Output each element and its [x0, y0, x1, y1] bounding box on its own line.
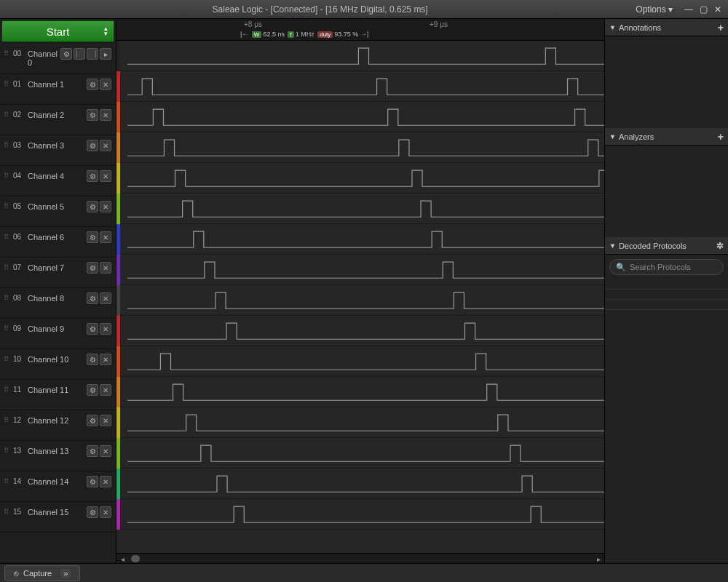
drag-handle-icon[interactable]: ⠿ [0, 231, 13, 241]
channel-name[interactable]: Channel 14 [25, 476, 87, 486]
maximize-icon[interactable]: ▢ [697, 4, 709, 15]
channel-name[interactable]: Channel 4 [25, 170, 87, 180]
search-protocols-input[interactable]: 🔍 Search Protocols [609, 259, 724, 275]
channel-close-icon[interactable]: ✕ [100, 384, 111, 396]
decoded-protocols-header[interactable]: ▼ Decoded Protocols ✲ [605, 237, 728, 255]
channel-close-icon[interactable]: ✕ [100, 476, 111, 487]
tab-more-icon[interactable]: » [60, 569, 71, 578]
channel-row[interactable]: ⠿07Channel 7⚙✕ [0, 258, 116, 288]
waveform-canvas[interactable] [120, 41, 604, 553]
channel-settings-icon[interactable]: ⚙ [87, 323, 98, 335]
scroll-right-icon[interactable]: ▸ [594, 554, 603, 564]
waveform-row[interactable] [120, 377, 604, 407]
channel-settings-icon[interactable]: ⚙ [87, 292, 98, 304]
channel-row[interactable]: ⠿10Channel 10⚙✕ [0, 349, 116, 380]
trigger-edge-icon[interactable]: ▸ [100, 48, 111, 60]
channel-close-icon[interactable]: ✕ [100, 445, 111, 457]
channel-settings-icon[interactable]: ⚙ [87, 384, 98, 396]
channel-name[interactable]: Channel 1 [25, 79, 87, 89]
channel-settings-icon[interactable]: ⚙ [87, 231, 98, 243]
start-arrows-icon[interactable]: ▴▾ [104, 26, 108, 36]
drag-handle-icon[interactable]: ⠿ [0, 323, 13, 332]
channel-close-icon[interactable]: ✕ [100, 415, 111, 426]
channel-name[interactable]: Channel 11 [25, 384, 87, 394]
channel-name[interactable]: Channel 7 [25, 262, 87, 272]
drag-handle-icon[interactable]: ⠿ [0, 262, 13, 271]
horizontal-scrollbar[interactable]: ◂ ▸ [116, 553, 604, 563]
scroll-left-icon[interactable]: ◂ [118, 554, 127, 564]
drag-handle-icon[interactable]: ⠿ [0, 109, 13, 119]
channel-settings-icon[interactable]: ⚙ [87, 506, 98, 518]
scroll-thumb[interactable] [131, 555, 140, 562]
channel-row[interactable]: ⠿06Channel 6⚙✕ [0, 227, 116, 258]
annotations-header[interactable]: ▼ Annotations + [605, 19, 728, 36]
channel-settings-icon[interactable]: ⚙ [87, 262, 98, 274]
waveform-row[interactable] [120, 255, 604, 285]
close-icon[interactable]: ✕ [712, 4, 724, 15]
channel-close-icon[interactable]: ✕ [100, 79, 111, 90]
channel-row[interactable]: ⠿03Channel 3⚙✕ [0, 135, 116, 166]
channel-name[interactable]: Channel 5 [25, 201, 87, 211]
waveform-row[interactable] [120, 316, 604, 346]
add-analyzer-icon[interactable]: + [718, 131, 724, 143]
channel-settings-icon[interactable]: ⚙ [87, 201, 98, 212]
drag-handle-icon[interactable]: ⠿ [0, 354, 13, 363]
channel-close-icon[interactable]: ✕ [100, 140, 111, 151]
waveform-row[interactable] [120, 346, 604, 377]
channel-name[interactable]: Channel 8 [25, 292, 87, 303]
drag-handle-icon[interactable]: ⠿ [0, 79, 13, 88]
waveform-row[interactable] [120, 469, 604, 499]
channel-row[interactable]: ⠿01Channel 1⚙✕ [0, 74, 116, 105]
drag-handle-icon[interactable]: ⠿ [0, 201, 13, 210]
waveform-row[interactable] [120, 194, 604, 224]
drag-handle-icon[interactable]: ⠿ [0, 445, 13, 455]
waveform-row[interactable] [120, 499, 604, 530]
analyzers-header[interactable]: ▼ Analyzers + [605, 128, 728, 146]
channel-close-icon[interactable]: ✕ [100, 323, 111, 335]
channel-settings-icon[interactable]: ⚙ [87, 79, 98, 90]
options-menu[interactable]: Options ▾ [636, 4, 673, 15]
settings-icon[interactable]: ✲ [716, 241, 724, 251]
drag-handle-icon[interactable]: ⠿ [0, 140, 13, 149]
channel-name[interactable]: Channel 6 [25, 231, 87, 242]
channel-name[interactable]: Channel 10 [25, 354, 87, 364]
channel-name[interactable]: Channel 12 [25, 415, 87, 425]
channel-row[interactable]: ⠿05Channel 5⚙✕ [0, 196, 116, 227]
channel-row[interactable]: ⠿09Channel 9⚙✕ [0, 319, 116, 349]
channel-name[interactable]: Channel 15 [25, 506, 87, 517]
waveform-row[interactable] [120, 438, 604, 469]
drag-handle-icon[interactable]: ⠿ [0, 384, 13, 394]
channel-close-icon[interactable]: ✕ [100, 506, 111, 518]
channel-close-icon[interactable]: ✕ [100, 354, 111, 365]
waveform-row[interactable] [120, 132, 604, 163]
channel-close-icon[interactable]: ✕ [100, 231, 111, 243]
minimize-icon[interactable]: — [683, 4, 695, 15]
protocol-row[interactable] [605, 279, 728, 290]
drag-handle-icon[interactable]: ⠿ [0, 415, 13, 424]
channel-row[interactable]: ⠿14Channel 14⚙✕ [0, 471, 116, 502]
channel-row[interactable]: ⠿11Channel 11⚙✕ [0, 380, 116, 410]
trigger-fall-icon[interactable]: ⎹ [87, 48, 98, 60]
channel-close-icon[interactable]: ✕ [100, 292, 111, 304]
channel-settings-icon[interactable]: ⚙ [87, 354, 98, 365]
channel-row[interactable]: ⠿00Channel 0⚙⎸⎹▸ [0, 44, 116, 74]
waveform-row[interactable] [120, 285, 604, 316]
waveform-row[interactable] [120, 41, 604, 71]
channel-close-icon[interactable]: ✕ [100, 262, 111, 274]
protocol-row[interactable] [605, 290, 728, 300]
channel-name[interactable]: Channel 3 [25, 140, 87, 150]
channel-row[interactable]: ⠿04Channel 4⚙✕ [0, 166, 116, 196]
channel-settings-icon[interactable]: ⚙ [87, 109, 98, 121]
start-button[interactable]: Start ▴▾ [1, 20, 114, 42]
channel-row[interactable]: ⠿12Channel 12⚙✕ [0, 410, 116, 441]
channel-settings-icon[interactable]: ⚙ [60, 48, 72, 60]
channel-row[interactable]: ⠿08Channel 8⚙✕ [0, 288, 116, 319]
waveform-row[interactable] [120, 102, 604, 132]
drag-handle-icon[interactable]: ⠿ [0, 170, 13, 180]
channel-close-icon[interactable]: ✕ [100, 201, 111, 212]
channel-close-icon[interactable]: ✕ [100, 109, 111, 121]
add-annotation-icon[interactable]: + [718, 22, 724, 33]
waveform-row[interactable] [120, 71, 604, 102]
channel-settings-icon[interactable]: ⚙ [87, 170, 98, 182]
trigger-rise-icon[interactable]: ⎸ [74, 48, 85, 60]
